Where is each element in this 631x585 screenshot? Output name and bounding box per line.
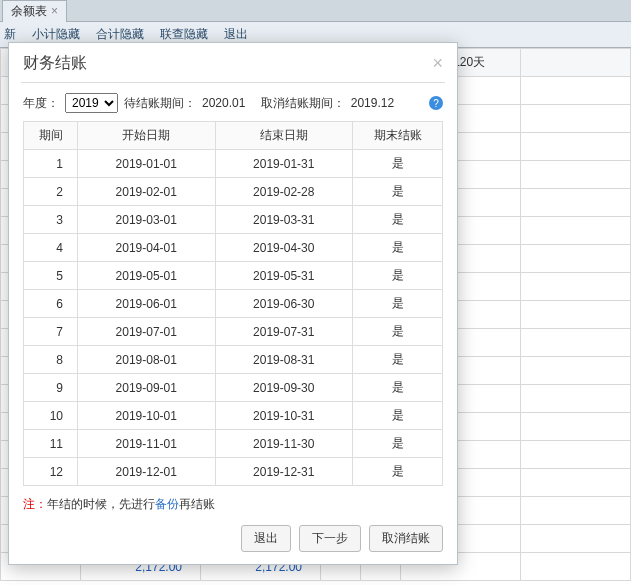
year-row: 年度： 2019 待结账期间： 2020.01 取消结账期间： 2019.12 … — [23, 93, 443, 113]
cell-period: 5 — [24, 262, 78, 290]
table-row[interactable]: 72019-07-012019-07-31是 — [24, 318, 443, 346]
cell-end: 2019-11-30 — [215, 430, 353, 458]
table-row[interactable]: 102019-10-012019-10-31是 — [24, 402, 443, 430]
toolbar-total-hide[interactable]: 合计隐藏 — [96, 26, 144, 43]
cell-period: 11 — [24, 430, 78, 458]
toolbar-refresh[interactable]: 新 — [4, 26, 16, 43]
note-text1: 年结的时候，先进行 — [47, 497, 155, 511]
cell-start: 2019-03-01 — [78, 206, 216, 234]
cell-end: 2019-01-31 — [215, 150, 353, 178]
table-row[interactable]: 22019-02-012019-02-28是 — [24, 178, 443, 206]
cancel-close-button[interactable]: 取消结账 — [369, 525, 443, 552]
note-text2: 再结账 — [179, 497, 215, 511]
cancel-period-value: 2019.12 — [351, 96, 394, 110]
cell-start: 2019-09-01 — [78, 374, 216, 402]
cell-period: 7 — [24, 318, 78, 346]
cell-start: 2019-04-01 — [78, 234, 216, 262]
cell-closed: 是 — [353, 318, 443, 346]
table-row[interactable]: 12019-01-012019-01-31是 — [24, 150, 443, 178]
table-row[interactable]: 52019-05-012019-05-31是 — [24, 262, 443, 290]
cell-closed: 是 — [353, 346, 443, 374]
note: 注：年结的时候，先进行备份再结账 — [23, 496, 443, 513]
pending-label: 待结账期间： — [124, 95, 196, 112]
help-icon[interactable]: ? — [429, 96, 443, 110]
cancel-period-label: 取消结账期间： — [261, 95, 345, 112]
cell-end: 2019-05-31 — [215, 262, 353, 290]
tab-bar: 余额表 × — [0, 0, 631, 22]
cell-closed: 是 — [353, 234, 443, 262]
cell-start: 2019-05-01 — [78, 262, 216, 290]
cell-period: 10 — [24, 402, 78, 430]
cell-period: 4 — [24, 234, 78, 262]
table-row[interactable]: 82019-08-012019-08-31是 — [24, 346, 443, 374]
table-row[interactable]: 122019-12-012019-12-31是 — [24, 458, 443, 486]
note-prefix: 注： — [23, 497, 47, 511]
cell-period: 3 — [24, 206, 78, 234]
pending-value: 2020.01 — [202, 96, 245, 110]
tab-label: 余额表 — [11, 3, 47, 20]
cell-period: 8 — [24, 346, 78, 374]
cell-end: 2019-10-31 — [215, 402, 353, 430]
cell-period: 2 — [24, 178, 78, 206]
th-period: 期间 — [24, 122, 78, 150]
cell-period: 1 — [24, 150, 78, 178]
th-start: 开始日期 — [78, 122, 216, 150]
table-row[interactable]: 92019-09-012019-09-30是 — [24, 374, 443, 402]
cell-end: 2019-06-30 — [215, 290, 353, 318]
table-row[interactable]: 32019-03-012019-03-31是 — [24, 206, 443, 234]
cell-start: 2019-01-01 — [78, 150, 216, 178]
table-row[interactable]: 42019-04-012019-04-30是 — [24, 234, 443, 262]
cell-end: 2019-12-31 — [215, 458, 353, 486]
table-row[interactable]: 112019-11-012019-11-30是 — [24, 430, 443, 458]
cell-period: 12 — [24, 458, 78, 486]
cell-start: 2019-06-01 — [78, 290, 216, 318]
cell-closed: 是 — [353, 430, 443, 458]
cell-end: 2019-04-30 — [215, 234, 353, 262]
modal-title: 财务结账 — [23, 53, 87, 74]
backup-link[interactable]: 备份 — [155, 497, 179, 511]
exit-button[interactable]: 退出 — [241, 525, 291, 552]
cell-closed: 是 — [353, 290, 443, 318]
toolbar-subtotal-hide[interactable]: 小计隐藏 — [32, 26, 80, 43]
cell-closed: 是 — [353, 374, 443, 402]
tab-balance[interactable]: 余额表 × — [2, 0, 67, 22]
cell-end: 2019-07-31 — [215, 318, 353, 346]
cell-closed: 是 — [353, 178, 443, 206]
close-icon[interactable]: × — [51, 4, 58, 18]
close-icon[interactable]: × — [432, 53, 443, 74]
toolbar-exit[interactable]: 退出 — [224, 26, 248, 43]
cell-end: 2019-02-28 — [215, 178, 353, 206]
cell-end: 2019-08-31 — [215, 346, 353, 374]
period-table: 期间 开始日期 结束日期 期末结账 12019-01-012019-01-31是… — [23, 121, 443, 486]
toolbar-link-hide[interactable]: 联查隐藏 — [160, 26, 208, 43]
cell-start: 2019-10-01 — [78, 402, 216, 430]
cell-end: 2019-09-30 — [215, 374, 353, 402]
button-row: 退出 下一步 取消结账 — [23, 525, 443, 552]
th-end: 结束日期 — [215, 122, 353, 150]
cell-start: 2019-11-01 — [78, 430, 216, 458]
cell-closed: 是 — [353, 262, 443, 290]
th-closed: 期末结账 — [353, 122, 443, 150]
next-button[interactable]: 下一步 — [299, 525, 361, 552]
cell-closed: 是 — [353, 206, 443, 234]
cell-period: 9 — [24, 374, 78, 402]
cell-period: 6 — [24, 290, 78, 318]
cell-closed: 是 — [353, 458, 443, 486]
closing-modal: 财务结账 × 年度： 2019 待结账期间： 2020.01 取消结账期间： 2… — [8, 42, 458, 565]
cell-closed: 是 — [353, 150, 443, 178]
cell-start: 2019-12-01 — [78, 458, 216, 486]
cell-closed: 是 — [353, 402, 443, 430]
year-label: 年度： — [23, 95, 59, 112]
cell-start: 2019-08-01 — [78, 346, 216, 374]
table-row[interactable]: 62019-06-012019-06-30是 — [24, 290, 443, 318]
cell-start: 2019-07-01 — [78, 318, 216, 346]
year-select[interactable]: 2019 — [65, 93, 118, 113]
cell-start: 2019-02-01 — [78, 178, 216, 206]
cell-end: 2019-03-31 — [215, 206, 353, 234]
